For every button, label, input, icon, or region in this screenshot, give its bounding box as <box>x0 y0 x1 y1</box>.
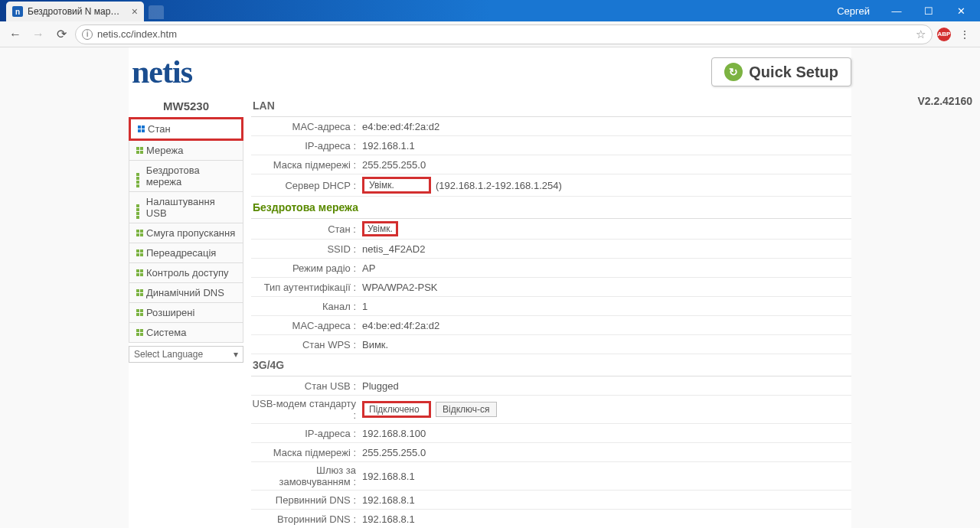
wl-radio-value: AP <box>362 262 851 274</box>
minimize-icon[interactable]: — <box>880 0 913 21</box>
row-label: Стан WPS : <box>251 339 362 350</box>
section-lan-title: LAN <box>251 95 851 117</box>
window-controls: Сергей — ☐ ✕ <box>826 0 980 21</box>
menu-dot-icon <box>136 147 143 155</box>
row-label: Маска підмережі : <box>251 159 362 171</box>
sidebar-item-label: Мережа <box>146 145 183 156</box>
dhcp-range: (192.168.1.2-192.168.1.254) <box>436 180 562 191</box>
sidebar-item-ddns[interactable]: Динамічний DNS <box>129 283 243 303</box>
favicon-icon: n <box>12 6 23 17</box>
wl-channel-row: Канал : 1 <box>251 297 851 316</box>
language-select[interactable]: Select Language ▾ <box>129 346 243 363</box>
sidebar-item-label: Налаштування USB <box>146 196 237 219</box>
wl-auth-value: WPA/WPA2-PSK <box>362 282 851 293</box>
menu-dot-icon <box>136 249 143 257</box>
sidebar-item-network[interactable]: Мережа <box>129 141 243 161</box>
page-header: netis ↻ Quick Setup <box>129 47 851 90</box>
sidebar-item-label: Переадресація <box>146 247 216 259</box>
row-label: Маска підмережі : <box>251 447 362 458</box>
row-label: Режим радіо : <box>251 262 362 274</box>
quick-setup-button[interactable]: ↻ Quick Setup <box>711 57 851 86</box>
lan-dhcp-row: Сервер DHCP : Увімк. (192.168.1.2-192.16… <box>251 174 851 197</box>
language-label: Select Language <box>134 349 203 360</box>
menu-dot-icon <box>136 329 143 337</box>
row-label: Первинний DNS : <box>251 494 362 506</box>
lan-ip-value: 192.168.1.1 <box>362 140 851 152</box>
url-input[interactable]: i netis.cc/index.htm ☆ <box>75 24 933 44</box>
browser-user[interactable]: Сергей <box>826 5 880 17</box>
close-icon[interactable]: × <box>132 5 138 18</box>
tab-title: Бездротовий N маршру <box>28 6 127 17</box>
g3-mask-row: Маска підмережі : 255.255.255.0 <box>251 443 851 462</box>
row-label: USB-модем стандарту : <box>251 398 362 421</box>
g3-usb-value: Plugged <box>362 380 851 392</box>
wl-ssid-row: SSID : netis_4F2AD2 <box>251 240 851 259</box>
sidebar-item-label: Розширені <box>146 307 194 318</box>
back-icon[interactable]: ← <box>6 25 24 44</box>
new-tab-button[interactable] <box>149 5 164 19</box>
row-label: Шлюз за замовчуванням : <box>251 464 362 487</box>
row-label: MAC-адреса : <box>251 320 362 331</box>
forward-icon[interactable]: → <box>29 25 47 44</box>
firmware-version: V2.2.42160 <box>917 95 972 107</box>
quick-setup-label: Quick Setup <box>749 64 838 81</box>
sidebar-item-forwarding[interactable]: Переадресація <box>129 243 243 263</box>
sidebar-item-usb[interactable]: Налаштування USB <box>129 192 243 223</box>
reload-icon[interactable]: ⟳ <box>52 25 70 44</box>
g3-modem-value: Підключено Відключ-ся <box>362 401 851 418</box>
row-label: Сервер DHCP : <box>251 180 362 191</box>
lan-mac-value: e4:be:ed:4f:2a:d2 <box>362 121 851 132</box>
g3-usb-row: Стан USB : Plugged <box>251 376 851 396</box>
bookmark-icon[interactable]: ☆ <box>916 28 926 41</box>
logo: netis <box>129 54 192 90</box>
sidebar-item-label: Бездротова мережа <box>146 165 237 187</box>
wl-radio-row: Режим радіо : AP <box>251 259 851 278</box>
row-label: Канал : <box>251 301 362 312</box>
row-label: Вторинний DNS : <box>251 513 362 525</box>
browser-titlebar: n Бездротовий N маршру × Сергей — ☐ ✕ <box>0 0 980 21</box>
sidebar-item-label: Динамічний DNS <box>146 287 224 298</box>
maximize-icon[interactable]: ☐ <box>913 0 945 21</box>
section-wireless-title: Бездротова мережа <box>251 197 851 219</box>
g3-ip-row: IP-адреса : 192.168.8.100 <box>251 424 851 443</box>
page-viewport: netis ↻ Quick Setup V2.2.42160 MW5230 Ст… <box>0 47 980 528</box>
dhcp-status-badge: Увімк. <box>362 177 431 194</box>
g3-ip-value: 192.168.8.100 <box>362 428 851 439</box>
sidebar: MW5230 Стан Мережа Бездротова мережа Нал… <box>129 95 243 363</box>
disconnect-button[interactable]: Відключ-ся <box>436 402 497 417</box>
sidebar-item-access[interactable]: Контроль доступу <box>129 263 243 283</box>
browser-tab[interactable]: n Бездротовий N маршру × <box>6 2 144 21</box>
lan-ip-row: IP-адреса : 192.168.1.1 <box>251 136 851 155</box>
menu-dot-icon <box>136 289 143 297</box>
sidebar-item-system[interactable]: Система <box>129 323 243 343</box>
sidebar-item-bandwidth[interactable]: Смуга пропускання <box>129 223 243 243</box>
lan-mac-row: MAC-адреса : e4:be:ed:4f:2a:d2 <box>251 117 851 136</box>
wl-channel-value: 1 <box>362 301 851 312</box>
adblock-icon[interactable]: ABP <box>937 28 951 41</box>
g3-mask-value: 255.255.255.0 <box>362 447 851 458</box>
wl-wps-row: Стан WPS : Вимк. <box>251 335 851 354</box>
menu-icon[interactable]: ⋮ <box>956 25 974 44</box>
menu-dot-icon <box>137 125 145 133</box>
g3-gw-value: 192.168.8.1 <box>362 471 851 482</box>
wireless-state-badge: Увімк. <box>362 221 398 236</box>
wl-auth-row: Тип аутентифікації : WPA/WPA2-PSK <box>251 278 851 297</box>
menu-dot-icon <box>136 309 143 317</box>
wl-mac-value: e4:be:ed:4f:2a:d2 <box>362 320 851 331</box>
chevron-down-icon: ▾ <box>234 349 238 360</box>
row-label: Стан : <box>251 223 362 235</box>
sidebar-item-wireless[interactable]: Бездротова мережа <box>129 161 243 192</box>
sidebar-item-status[interactable]: Стан <box>129 117 243 141</box>
g3-dns2-row: Вторинний DNS : 192.168.8.1 <box>251 510 851 528</box>
sidebar-item-label: Стан <box>148 123 171 135</box>
address-bar: ← → ⟳ i netis.cc/index.htm ☆ ABP ⋮ <box>0 21 980 47</box>
modem-status-badge: Підключено <box>362 401 431 418</box>
close-window-icon[interactable]: ✕ <box>945 0 977 21</box>
row-label: Стан USB : <box>251 380 362 392</box>
sidebar-item-advanced[interactable]: Розширені <box>129 303 243 323</box>
site-info-icon[interactable]: i <box>82 29 93 40</box>
g3-gw-row: Шлюз за замовчуванням : 192.168.8.1 <box>251 462 851 491</box>
lan-dhcp-value: Увімк. (192.168.1.2-192.168.1.254) <box>362 177 851 194</box>
row-label: IP-адреса : <box>251 428 362 439</box>
section-3g4g-title: 3G/4G <box>251 354 851 376</box>
